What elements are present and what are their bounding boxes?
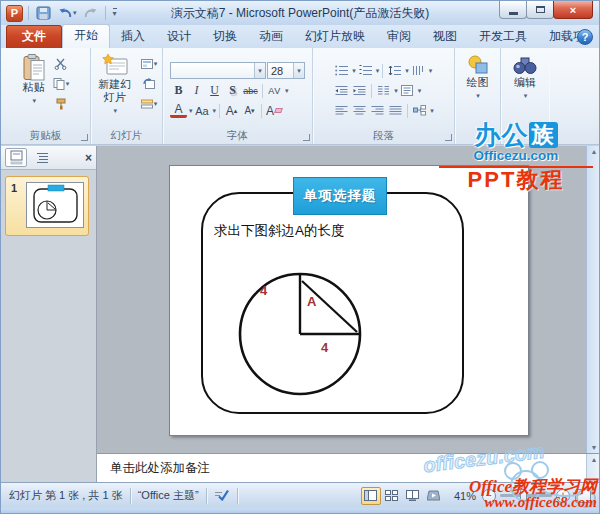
shrink-font-button[interactable]: A▾ <box>241 102 258 119</box>
circle-triangle-figure[interactable] <box>236 270 364 398</box>
editing-button[interactable]: 编辑 ▾ <box>510 51 540 128</box>
tab-view[interactable]: 视图 <box>422 26 468 48</box>
new-slide-dropdown-icon[interactable]: ▾ <box>113 104 117 117</box>
close-button[interactable]: × <box>553 1 593 19</box>
reset-slide-button[interactable] <box>139 75 160 92</box>
columns-button[interactable] <box>375 82 392 99</box>
save-button[interactable] <box>34 4 53 22</box>
scroll-up-icon[interactable]: ▲ <box>591 148 598 155</box>
notes-scrollbar[interactable]: ▲ <box>586 454 600 482</box>
paste-button[interactable]: 粘贴 ▾ <box>20 51 48 128</box>
drawing-button[interactable]: 绘图 ▾ <box>463 51 493 128</box>
minimize-button[interactable] <box>499 1 527 19</box>
cut-button[interactable] <box>51 55 72 72</box>
undo-dropdown-icon[interactable]: ▾ <box>73 9 77 17</box>
clipboard-dialog-launcher-icon[interactable] <box>81 134 88 141</box>
align-right-button[interactable] <box>369 102 386 119</box>
change-case-button[interactable]: Aa <box>194 102 211 119</box>
undo-button[interactable]: ▾ <box>56 4 79 22</box>
align-center-icon <box>353 105 366 116</box>
slideshow-button[interactable] <box>424 487 444 505</box>
theme-name[interactable]: “Office 主题” <box>138 488 199 503</box>
tab-design[interactable]: 设计 <box>156 26 202 48</box>
format-painter-button[interactable] <box>51 95 72 112</box>
tab-developer[interactable]: 开发工具 <box>468 26 538 48</box>
font-size-select[interactable]: 28▾ <box>267 62 305 79</box>
decrease-indent-button[interactable] <box>333 82 350 99</box>
editor-vertical-scrollbar[interactable]: ▲ ▼ <box>586 146 600 453</box>
bold-button[interactable]: B <box>170 82 187 99</box>
slide-title-banner[interactable]: 单项选择题 <box>293 177 387 215</box>
grow-font-button[interactable]: A▴ <box>223 102 240 119</box>
tab-review[interactable]: 审阅 <box>376 26 422 48</box>
numbering-button[interactable] <box>357 62 374 79</box>
font-size-dropdown-icon[interactable]: ▾ <box>293 63 304 78</box>
slide-layout-button[interactable]: ▾ <box>139 55 160 72</box>
text-direction-button[interactable] <box>410 62 427 79</box>
redo-button[interactable] <box>82 4 100 22</box>
zoom-in-button[interactable]: + <box>556 489 570 503</box>
zoom-slider-thumb[interactable] <box>520 489 527 502</box>
character-spacing-dropdown-icon[interactable]: ▾ <box>285 87 289 95</box>
help-button[interactable]: ? <box>577 29 593 45</box>
slide-canvas[interactable]: 单项选择题 求出下图斜边A的长度 4 A 4 <box>169 165 529 436</box>
smartart-convert-button[interactable] <box>411 102 428 119</box>
clear-formatting-button[interactable]: A <box>265 102 283 119</box>
slide-sorter-button[interactable] <box>382 487 402 505</box>
tab-slideshow[interactable]: 幻灯片放映 <box>294 26 376 48</box>
change-case-dropdown-icon[interactable]: ▾ <box>213 107 217 115</box>
tab-animations[interactable]: 动画 <box>248 26 294 48</box>
font-dialog-launcher-icon[interactable] <box>303 134 310 141</box>
editing-dropdown-icon[interactable]: ▾ <box>524 89 528 102</box>
text-shadow-button[interactable]: S <box>224 82 241 99</box>
italic-button[interactable]: I <box>188 82 205 99</box>
slide-question-text[interactable]: 求出下图斜边A的长度 <box>214 222 345 240</box>
notes-pane[interactable]: 单击此处添加备注 ▲ <box>97 453 600 482</box>
drawing-dropdown-icon[interactable]: ▾ <box>476 89 480 102</box>
justify-button[interactable] <box>387 102 404 119</box>
outline-tab[interactable] <box>31 148 53 167</box>
tab-insert[interactable]: 插入 <box>110 26 156 48</box>
notes-placeholder[interactable]: 单击此处添加备注 <box>110 460 210 477</box>
fit-to-window-button[interactable] <box>575 489 591 503</box>
ribbon-collapse-icon[interactable]: ▵ <box>566 32 571 42</box>
strikethrough-button[interactable]: abc <box>242 82 259 99</box>
font-name-select[interactable]: ▾ <box>170 62 266 79</box>
slides-tab[interactable] <box>5 148 27 167</box>
bullets-button[interactable] <box>333 62 350 79</box>
maximize-button[interactable] <box>526 1 554 19</box>
tab-file[interactable]: 文件 <box>6 25 62 48</box>
slide-counter[interactable]: 幻灯片 第 1 张 , 共 1 张 <box>9 488 123 503</box>
align-center-button[interactable] <box>351 102 368 119</box>
paste-dropdown-icon[interactable]: ▾ <box>32 94 36 107</box>
scroll-down-icon[interactable]: ▼ <box>591 444 598 451</box>
increase-indent-button[interactable] <box>351 82 368 99</box>
qat-customize-button[interactable]: ▾ <box>111 4 119 22</box>
align-text-button[interactable] <box>399 82 416 99</box>
section-button[interactable]: ▾ <box>139 95 160 112</box>
close-panel-icon[interactable]: × <box>85 151 92 165</box>
font-color-button[interactable]: A <box>170 103 187 118</box>
divider <box>28 6 29 20</box>
zoom-percentage[interactable]: 41% <box>454 490 476 502</box>
paragraph-dialog-launcher-icon[interactable] <box>445 134 452 141</box>
align-left-button[interactable] <box>333 102 350 119</box>
tab-home[interactable]: 开始 <box>62 24 110 49</box>
powerpoint-logo-icon[interactable]: P <box>6 5 23 22</box>
tab-transitions[interactable]: 切换 <box>202 26 248 48</box>
copy-button[interactable]: ▾ <box>51 75 72 92</box>
slide-thumbnail-item[interactable]: 1 <box>5 176 89 236</box>
normal-view-button[interactable] <box>361 487 381 505</box>
font-color-dropdown-icon[interactable]: ▾ <box>189 107 193 115</box>
format-painter-icon <box>55 98 67 110</box>
zoom-out-button[interactable]: − <box>482 489 496 503</box>
new-slide-button[interactable]: 新建幻灯片 ▾ <box>94 51 136 128</box>
reading-view-button[interactable] <box>403 487 423 505</box>
zoom-slider[interactable] <box>500 494 552 497</box>
underline-button[interactable]: U <box>206 82 223 99</box>
line-spacing-button[interactable] <box>386 62 403 79</box>
spell-check-button[interactable] <box>214 488 230 503</box>
character-spacing-button[interactable]: AV <box>266 82 283 99</box>
notes-scroll-up-icon[interactable]: ▲ <box>591 456 598 482</box>
font-name-dropdown-icon[interactable]: ▾ <box>254 63 265 78</box>
